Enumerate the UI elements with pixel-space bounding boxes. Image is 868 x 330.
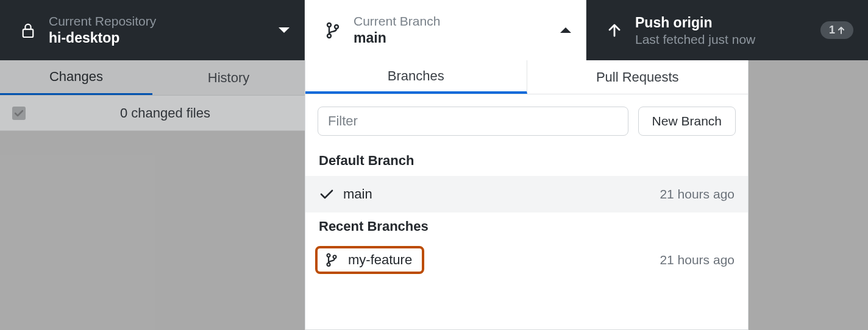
branch-name: main: [354, 30, 560, 46]
branch-time-label: 21 hours ago: [660, 253, 735, 267]
svg-point-1: [327, 23, 331, 27]
left-tabs: Changes History: [0, 60, 305, 96]
svg-point-2: [327, 34, 331, 38]
new-branch-button[interactable]: New Branch: [638, 107, 736, 136]
repo-label: Current Repository: [49, 14, 279, 29]
branch-time-label: 21 hours ago: [660, 187, 735, 202]
check-icon: [319, 189, 335, 200]
tab-history[interactable]: History: [152, 60, 305, 95]
push-origin-button[interactable]: Push origin Last fetched just now 1: [586, 0, 868, 60]
branch-name-label: main: [343, 186, 660, 202]
branch-dropdown: Branches Pull Requests New Branch Defaul…: [305, 60, 749, 330]
push-label: Push origin: [635, 15, 820, 31]
select-all-checkbox[interactable]: [12, 107, 26, 120]
changed-files-row: 0 changed files: [0, 96, 305, 131]
svg-point-3: [335, 25, 338, 29]
highlight-box: my-feature: [315, 246, 424, 274]
tab-pull-requests[interactable]: Pull Requests: [527, 60, 749, 94]
git-branch-icon: [323, 22, 343, 39]
push-arrow-up-icon: [605, 23, 624, 38]
branch-item-my-feature[interactable]: my-feature 21 hours ago: [305, 242, 748, 278]
changed-files-count: 0 changed files: [38, 105, 293, 121]
git-branch-icon: [324, 253, 340, 267]
branch-name-label: my-feature: [348, 252, 412, 268]
branch-label: Current Branch: [354, 14, 560, 29]
svg-point-6: [333, 256, 336, 259]
chevron-up-icon: [560, 27, 571, 33]
push-sub: Last fetched just now: [635, 32, 820, 47]
repository-selector[interactable]: Current Repository hi-desktop: [0, 0, 305, 60]
branch-filter-input[interactable]: [318, 107, 628, 136]
tab-changes[interactable]: Changes: [0, 60, 152, 95]
branch-selector[interactable]: Current Branch main: [305, 0, 586, 60]
default-branch-header: Default Branch: [305, 147, 748, 176]
recent-branches-header: Recent Branches: [305, 212, 748, 242]
chevron-down-icon: [279, 27, 290, 33]
repo-name: hi-desktop: [49, 30, 279, 46]
branch-item-main[interactable]: main 21 hours ago: [305, 176, 748, 212]
push-count-badge: 1: [820, 21, 853, 39]
svg-rect-0: [23, 29, 34, 37]
svg-point-4: [327, 254, 330, 257]
tab-branches[interactable]: Branches: [305, 60, 527, 94]
lock-icon: [18, 23, 38, 38]
svg-point-5: [327, 263, 330, 266]
